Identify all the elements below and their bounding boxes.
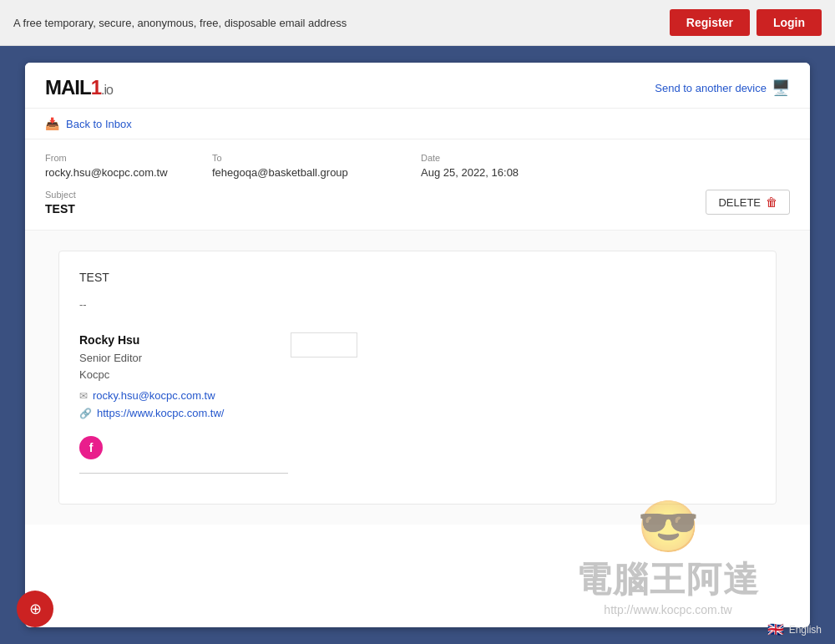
login-button[interactable]: Login [757, 9, 822, 36]
social-links: f [79, 436, 756, 459]
footer-language: 🇬🇧 English [767, 621, 822, 637]
top-bar: A free temporary, secure, anonymous, fre… [0, 0, 835, 46]
sig-email-text: rocky.hsu@kocpc.com.tw [93, 388, 215, 405]
delete-label: DELETE [718, 196, 761, 209]
delete-button[interactable]: DELETE 🗑 [706, 190, 790, 215]
body-content: TEST -- Rocky Hsu Senior Editor Kocpc ✉ … [58, 251, 777, 505]
body-line1: TEST [79, 268, 756, 287]
to-field: To fehegoqa@basketball.group [212, 153, 421, 180]
facebook-icon[interactable]: f [79, 436, 103, 459]
sig-email-link[interactable]: ✉ rocky.hsu@kocpc.com.tw [79, 388, 224, 405]
email-body: TEST -- Rocky Hsu Senior Editor Kocpc ✉ … [25, 231, 810, 525]
date-field: Date Aug 25, 2022, 16:08 [421, 153, 588, 180]
logo-io: .io [101, 83, 113, 97]
subject-value: TEST [45, 202, 75, 216]
watermark-text2: http://www.kocpc.com.tw [604, 603, 731, 616]
sig-website-text: https://www.kocpc.com.tw/ [97, 405, 224, 423]
flag-icon: 🇬🇧 [767, 621, 784, 637]
sig-title: Senior Editor [79, 350, 224, 368]
auth-buttons: Register Login [670, 9, 822, 36]
sig-details: Rocky Hsu Senior Editor Kocpc ✉ rocky.hs… [79, 331, 224, 423]
email-card: MAIL1.io Send to another device 🖥️ 📥 Bac… [25, 63, 810, 627]
tagline: A free temporary, secure, anonymous, fre… [13, 17, 347, 29]
date-label: Date [421, 153, 588, 163]
sig-company: Kocpc [79, 367, 224, 384]
send-to-device-link[interactable]: Send to another device 🖥️ [655, 79, 790, 97]
card-header: MAIL1.io Send to another device 🖥️ [25, 63, 810, 109]
date-value: Aug 25, 2022, 16:08 [421, 166, 519, 179]
language-label: English [789, 624, 822, 636]
email-signature: Rocky Hsu Senior Editor Kocpc ✉ rocky.hs… [79, 331, 756, 474]
device-icon: 🖥️ [772, 79, 790, 97]
from-label: From [45, 153, 212, 163]
help-button[interactable]: ⊕ [17, 591, 53, 627]
to-value: fehegoqa@basketball.group [212, 166, 348, 179]
sig-website-link[interactable]: 🔗 https://www.kocpc.com.tw/ [79, 405, 224, 423]
register-button[interactable]: Register [670, 9, 750, 36]
sig-name: Rocky Hsu [79, 331, 224, 349]
inbox-icon: 📥 [45, 117, 59, 130]
from-value: rocky.hsu@kocpc.com.tw [45, 166, 168, 179]
subject-field: Subject TEST [45, 190, 76, 216]
subject-label: Subject [45, 190, 76, 200]
logo: MAIL1.io [45, 76, 113, 99]
signature-divider [79, 473, 288, 474]
subject-row: Subject TEST DELETE 🗑 [45, 190, 790, 216]
main-container: MAIL1.io Send to another device 🖥️ 📥 Bac… [0, 46, 835, 644]
logo-mail: MAIL [45, 76, 91, 99]
email-meta: From rocky.hsu@kocpc.com.tw To fehegoqa@… [25, 139, 810, 231]
send-device-label: Send to another device [655, 82, 767, 94]
watermark-text1: 電腦王阿達 [576, 556, 760, 603]
back-inbox-link[interactable]: Back to Inbox [66, 118, 132, 130]
email-icon: ✉ [79, 388, 88, 404]
body-line2: -- [79, 297, 756, 314]
back-inbox-bar: 📥 Back to Inbox [25, 109, 810, 139]
meta-grid: From rocky.hsu@kocpc.com.tw To fehegoqa@… [45, 153, 790, 180]
link-icon: 🔗 [79, 406, 92, 422]
trash-icon: 🗑 [766, 195, 777, 209]
sig-and-logo: Rocky Hsu Senior Editor Kocpc ✉ rocky.hs… [79, 331, 756, 423]
help-icon: ⊕ [29, 600, 42, 618]
logo-one: 1 [91, 76, 101, 99]
to-label: To [212, 153, 421, 163]
company-logo-image [291, 332, 357, 357]
from-field: From rocky.hsu@kocpc.com.tw [45, 153, 212, 180]
